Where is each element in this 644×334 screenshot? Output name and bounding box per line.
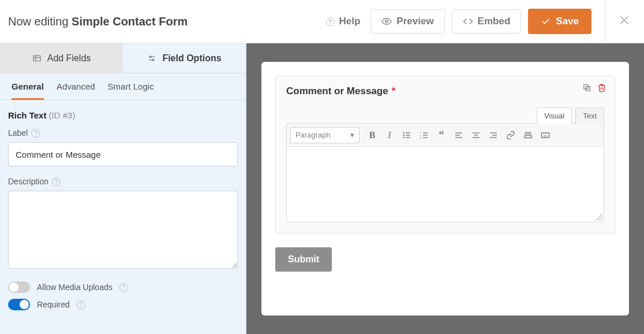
field-block[interactable]: Comment or Message * Visual Text Paragra… xyxy=(275,76,615,233)
align-left-button[interactable] xyxy=(451,127,467,143)
svg-rect-1 xyxy=(33,55,40,61)
help-icon[interactable]: ? xyxy=(119,283,128,292)
close-button[interactable] xyxy=(614,13,636,31)
help-icon[interactable]: ? xyxy=(52,177,61,186)
field-title: Rich Text (ID #3) xyxy=(8,110,238,120)
help-icon[interactable]: ? xyxy=(77,300,85,309)
svg-point-10 xyxy=(403,132,404,133)
field-type-name: Rich Text xyxy=(8,110,46,120)
editor-tab-text[interactable]: Text xyxy=(575,107,604,124)
link-icon xyxy=(506,131,515,140)
preview-button[interactable]: Preview xyxy=(370,9,444,34)
help-link[interactable]: ? Help xyxy=(323,12,364,31)
embed-label: Embed xyxy=(478,16,511,27)
help-icon[interactable]: ? xyxy=(31,129,40,138)
svg-text:3: 3 xyxy=(420,136,422,139)
italic-button[interactable]: I xyxy=(381,127,398,143)
align-right-button[interactable] xyxy=(485,127,501,143)
svg-point-11 xyxy=(403,135,404,135)
required-star: * xyxy=(392,86,396,97)
editing-title: Now editing Simple Contact Form xyxy=(8,15,188,28)
link-button[interactable] xyxy=(503,127,519,143)
chevron-down-icon: ▾ xyxy=(350,131,354,139)
description-row: Description ? xyxy=(8,177,238,271)
svg-line-42 xyxy=(601,220,602,221)
save-button[interactable]: Save xyxy=(528,9,591,34)
svg-point-12 xyxy=(403,137,404,138)
media-upload-toggle[interactable] xyxy=(8,281,30,293)
editor-tab-visual[interactable]: Visual xyxy=(537,107,572,124)
keyboard-icon xyxy=(541,131,550,140)
media-upload-label: Allow Media Uploads xyxy=(37,283,113,292)
sub-tabs: General Advanced Smart Logic xyxy=(0,73,246,100)
description-text: Description xyxy=(8,177,48,186)
canvas: Comment or Message * Visual Text Paragra… xyxy=(246,43,644,334)
form-preview-card: Comment or Message * Visual Text Paragra… xyxy=(261,62,629,316)
submit-button[interactable]: Submit xyxy=(275,247,332,272)
sliders-icon xyxy=(147,54,156,63)
blockquote-button[interactable]: “ xyxy=(433,127,450,143)
editor-body[interactable] xyxy=(287,147,604,222)
editor-toolbar: Paragraph ▾ B I 123 “ xyxy=(287,124,604,147)
check-icon xyxy=(541,16,551,27)
label-label: Label ? xyxy=(8,128,238,138)
insert-more-button[interactable] xyxy=(520,127,536,143)
sidebar: Add Fields Field Options General Advance… xyxy=(0,43,246,334)
subtab-general[interactable]: General xyxy=(12,81,44,100)
field-id: (ID #3) xyxy=(49,110,76,120)
preview-label: Preview xyxy=(396,16,433,27)
align-left-icon xyxy=(454,131,463,140)
tab-add-fields-label: Add Fields xyxy=(47,53,91,64)
field-label-text: Comment or Message xyxy=(286,86,388,97)
editing-prefix: Now editing xyxy=(8,15,69,28)
copy-icon xyxy=(582,83,591,92)
tab-add-fields[interactable]: Add Fields xyxy=(0,43,123,73)
field-label-header: Comment or Message * xyxy=(286,86,604,97)
align-center-button[interactable] xyxy=(468,127,484,143)
align-right-icon xyxy=(489,131,498,140)
bullet-list-button[interactable] xyxy=(399,127,415,143)
editor-tabs: Visual Text xyxy=(286,107,604,124)
close-icon xyxy=(619,14,631,27)
number-list-button[interactable]: 123 xyxy=(416,127,432,143)
grid-icon xyxy=(32,54,42,63)
top-bar: Now editing Simple Contact Form ? Help P… xyxy=(0,0,644,43)
subtab-advanced[interactable]: Advanced xyxy=(57,81,95,99)
editor-box: Paragraph ▾ B I 123 “ xyxy=(286,123,604,222)
svg-rect-33 xyxy=(525,135,531,138)
resize-handle-icon[interactable] xyxy=(596,214,602,221)
description-label: Description ? xyxy=(8,177,238,186)
list-ul-icon xyxy=(402,131,411,140)
divider xyxy=(605,0,606,43)
form-name: Simple Contact Form xyxy=(72,15,188,28)
duplicate-button[interactable] xyxy=(582,83,591,95)
save-label: Save xyxy=(556,16,579,27)
label-input[interactable] xyxy=(8,142,238,166)
subtab-smart-logic[interactable]: Smart Logic xyxy=(108,81,154,99)
align-center-icon xyxy=(471,131,481,140)
required-label: Required xyxy=(37,300,70,309)
toolbar-toggle-button[interactable] xyxy=(537,127,553,143)
sidebar-tabs: Add Fields Field Options xyxy=(0,43,246,73)
help-label: Help xyxy=(339,16,361,27)
trash-icon xyxy=(597,83,606,92)
bold-button[interactable]: B xyxy=(364,127,380,143)
embed-button[interactable]: Embed xyxy=(452,9,522,34)
media-upload-row: Allow Media Uploads ? xyxy=(8,281,238,293)
label-text: Label xyxy=(8,128,28,138)
delete-button[interactable] xyxy=(597,83,606,95)
svg-rect-34 xyxy=(541,133,549,138)
top-bar-actions: ? Help Preview Embed Save xyxy=(323,0,636,43)
description-input[interactable] xyxy=(8,191,238,269)
options-panel: Rich Text (ID #3) Label ? Description ? xyxy=(0,100,246,334)
help-icon: ? xyxy=(326,17,335,26)
eye-icon xyxy=(381,16,392,27)
format-select-label: Paragraph xyxy=(295,131,331,139)
format-select[interactable]: Paragraph ▾ xyxy=(290,127,360,143)
required-toggle[interactable] xyxy=(8,299,30,310)
list-ol-icon: 123 xyxy=(420,131,429,140)
main: Add Fields Field Options General Advance… xyxy=(0,43,644,334)
more-icon xyxy=(523,131,533,140)
svg-point-0 xyxy=(385,20,388,23)
tab-field-options[interactable]: Field Options xyxy=(123,43,246,73)
